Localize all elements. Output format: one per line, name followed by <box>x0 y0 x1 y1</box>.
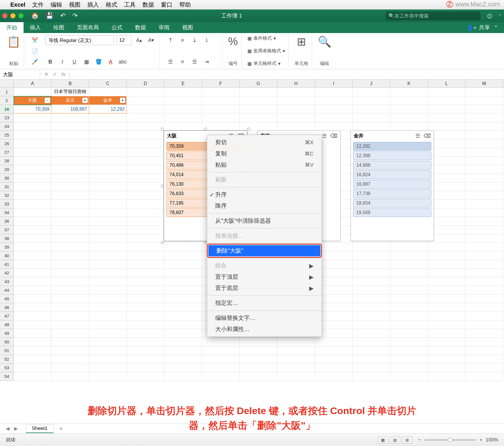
cell[interactable] <box>353 243 390 251</box>
cell[interactable] <box>127 105 164 114</box>
cell[interactable] <box>353 329 390 338</box>
cell[interactable] <box>277 105 315 114</box>
cell[interactable] <box>465 372 503 381</box>
cell[interactable] <box>353 114 390 122</box>
cell[interactable] <box>89 226 127 234</box>
cell[interactable] <box>127 208 164 217</box>
cell[interactable] <box>127 364 164 372</box>
row-header[interactable]: 44 <box>0 286 14 295</box>
cell[interactable] <box>164 114 202 122</box>
ctx-bring-front[interactable]: 置于顶层▶ <box>207 271 322 282</box>
cell[interactable] <box>164 303 202 312</box>
cell[interactable] <box>127 139 164 148</box>
cell[interactable] <box>202 122 240 131</box>
cell[interactable] <box>51 234 89 243</box>
cell[interactable] <box>353 372 390 381</box>
cell[interactable] <box>353 251 390 260</box>
cell[interactable] <box>428 372 465 381</box>
cell[interactable] <box>428 329 465 338</box>
cell[interactable] <box>89 182 127 191</box>
ctx-paste[interactable]: 粘贴⌘V <box>207 159 322 170</box>
cell[interactable] <box>89 243 127 251</box>
cell[interactable] <box>127 191 164 200</box>
cell[interactable] <box>164 312 202 320</box>
cell[interactable] <box>465 114 503 122</box>
cell[interactable] <box>428 251 465 260</box>
col-header-B[interactable]: B <box>51 80 89 88</box>
cell[interactable] <box>14 320 51 329</box>
cell[interactable] <box>164 260 202 269</box>
zoom-level[interactable]: 100% <box>486 437 498 443</box>
slicer-item[interactable]: 12,292 <box>353 142 431 151</box>
cell[interactable] <box>127 200 164 208</box>
cell[interactable] <box>277 114 315 122</box>
filter-icon[interactable]: ⌕ <box>45 97 50 103</box>
cell[interactable] <box>465 277 503 286</box>
cell[interactable] <box>89 114 127 122</box>
cell[interactable] <box>89 355 127 364</box>
ctx-alt-text[interactable]: 编辑替换文字… <box>207 312 322 324</box>
zoom-slider[interactable] <box>424 439 476 441</box>
cell[interactable] <box>164 269 202 277</box>
row-header[interactable]: 30 <box>0 174 14 182</box>
app-name[interactable]: Excel <box>10 1 25 8</box>
cell[interactable] <box>127 114 164 122</box>
find-icon[interactable]: 🔍 <box>318 35 331 48</box>
cell[interactable] <box>465 182 503 191</box>
col-header-E[interactable]: E <box>164 80 202 88</box>
cell[interactable] <box>51 346 89 355</box>
slicer-item[interactable]: 17,739 <box>353 189 431 198</box>
cell[interactable] <box>127 88 164 96</box>
cell[interactable] <box>89 346 127 355</box>
next-sheet-icon[interactable]: ▶ <box>14 426 18 432</box>
cell[interactable] <box>127 286 164 295</box>
row-header[interactable]: 16 <box>0 105 14 114</box>
cell[interactable] <box>240 372 277 381</box>
cell[interactable] <box>164 88 202 96</box>
cell[interactable] <box>51 182 89 191</box>
cell[interactable] <box>14 312 51 320</box>
cell[interactable] <box>277 338 315 346</box>
cell[interactable] <box>89 131 127 139</box>
cell[interactable] <box>428 286 465 295</box>
underline-button[interactable]: U <box>70 57 79 67</box>
menu-file[interactable]: 文件 <box>32 1 44 9</box>
cell[interactable]: 东京▾ <box>51 96 89 105</box>
cell[interactable] <box>353 364 390 372</box>
row-header[interactable]: 42 <box>0 269 14 277</box>
bold-button[interactable]: B <box>45 57 55 67</box>
cell[interactable] <box>89 148 127 157</box>
cell[interactable] <box>353 295 390 303</box>
font-name-select[interactable]: 等线 Regular (正文) <box>45 35 114 45</box>
cell[interactable] <box>428 355 465 364</box>
cell[interactable] <box>465 122 503 131</box>
prev-sheet-icon[interactable]: ◀ <box>6 426 9 432</box>
cell[interactable] <box>14 286 51 295</box>
cell[interactable] <box>390 364 428 372</box>
cell[interactable] <box>164 329 202 338</box>
cell[interactable] <box>51 191 89 200</box>
row-header[interactable]: 28 <box>0 157 14 165</box>
spreadsheet[interactable]: ABCDEFGHIJKLM 1日本节假日营销2大阪⌕东京▾金井▾1670,359… <box>0 80 504 413</box>
cell[interactable] <box>164 243 202 251</box>
borders-icon[interactable]: ▦ <box>82 57 91 67</box>
cell[interactable] <box>353 96 390 105</box>
cell[interactable]: 金井▾ <box>89 96 127 105</box>
add-sheet-button[interactable]: + <box>59 425 63 432</box>
cell[interactable] <box>51 208 89 217</box>
cell[interactable] <box>89 295 127 303</box>
cell[interactable] <box>202 88 240 96</box>
name-box[interactable]: 大阪 <box>0 69 40 79</box>
redo-icon[interactable]: ↷ <box>72 12 78 20</box>
cell[interactable] <box>315 88 353 96</box>
row-header[interactable]: 50 <box>0 338 14 346</box>
cell[interactable] <box>465 312 503 320</box>
cell[interactable] <box>14 303 51 312</box>
cell[interactable] <box>390 105 428 114</box>
ctx-sort-desc[interactable]: 降序 <box>207 200 322 212</box>
cell[interactable] <box>277 346 315 355</box>
cell[interactable] <box>465 208 503 217</box>
search-input[interactable]: 🔍 在工作表中搜索 <box>386 11 480 20</box>
row-header[interactable]: 48 <box>0 320 14 329</box>
cell[interactable] <box>127 157 164 165</box>
